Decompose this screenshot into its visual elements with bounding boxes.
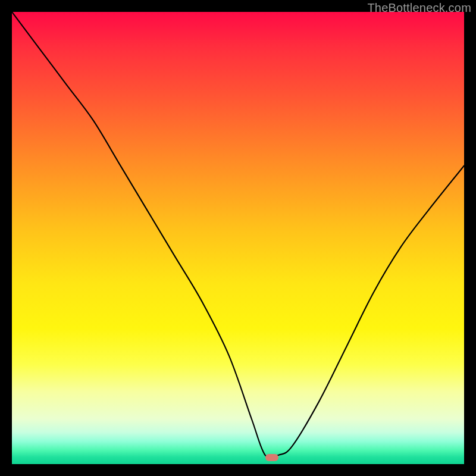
chart-frame: TheBottleneck.com	[0, 0, 476, 476]
watermark-text: TheBottleneck.com	[367, 1, 471, 15]
bottleneck-curve	[12, 12, 464, 464]
plot-area	[12, 12, 464, 464]
optimum-marker-icon	[265, 454, 278, 461]
